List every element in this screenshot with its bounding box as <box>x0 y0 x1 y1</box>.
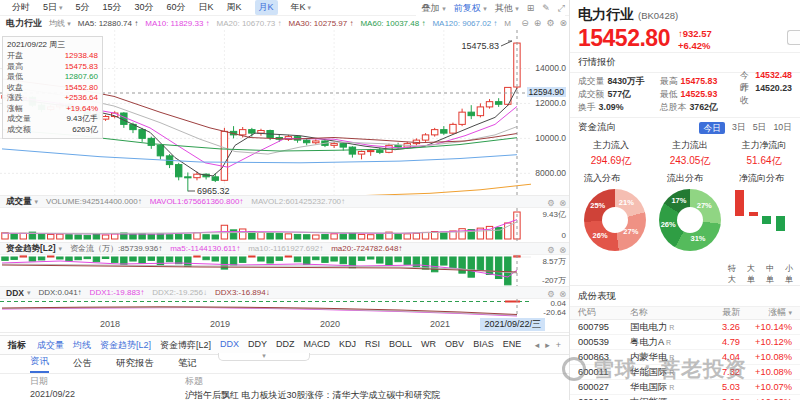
component-row-600863[interactable]: 600863内蒙华电R4.04+10.08% <box>570 350 800 365</box>
fund-axis-min: -207万 <box>542 275 566 286</box>
period-tab-60分[interactable]: 60分 <box>167 1 186 14</box>
period-tab-5分[interactable]: 5分 <box>75 1 89 14</box>
indicator-item-ENE[interactable]: ENE <box>503 339 522 352</box>
period-tab-分时[interactable]: 分时 <box>12 1 30 14</box>
news-row[interactable]: 2021/09/22 沪指午后飘红 电力板块近30股涨停：清华大学成立碳中和研究… <box>0 389 569 400</box>
period-tab-月K[interactable]: 月K <box>255 0 278 15</box>
indicator-item-DDY[interactable]: DDY <box>248 339 267 352</box>
fund-flow-charts: 21%27%26%25% 27%31%26%17% <box>570 189 800 263</box>
indicator-item-资金趋势[L2][interactable]: 资金趋势[L2] <box>100 339 151 352</box>
add-watchlist-button-partial[interactable] <box>787 30 800 45</box>
indicator-item-OBV[interactable]: OBV <box>445 339 464 352</box>
indicator-item-MACD[interactable]: MACD <box>304 339 331 352</box>
donut-pct-label: 25% <box>590 201 605 210</box>
settings-icon[interactable]: ⚙ <box>547 289 555 299</box>
ddx-title[interactable]: DDX <box>6 288 24 298</box>
close-icon[interactable]: ⊗ <box>559 289 566 299</box>
zoom-in-icon[interactable]: ⊕ <box>534 18 542 28</box>
ddx-legend-item: DDX2:-19.256↓ <box>152 288 207 297</box>
info-value: 15452.80 <box>65 83 98 94</box>
indicator-item-成交量[interactable]: 成交量 <box>37 339 64 352</box>
ma-value: MA60: 10037.48 ↑ <box>360 19 425 28</box>
component-row-600027[interactable]: 600027华电国际R5.03+10.07% <box>570 380 800 395</box>
components-table-header: 代码 名称 最新 涨幅 ▾ <box>570 306 800 320</box>
indicator-item-RSI[interactable]: RSI <box>365 339 380 352</box>
donut-pct-label: 17% <box>671 196 686 205</box>
fund-flow-stats: 主力流入294.69亿主力流出243.05亿主力净流向51.64亿 <box>570 137 800 168</box>
grid-layout-icon[interactable]: ⊞ <box>527 3 535 13</box>
draw-icon[interactable]: ✎ <box>542 3 550 13</box>
main-candle-chart[interactable]: 15475.836965.32 14000.0 12594.90 12000.0… <box>0 30 569 195</box>
crosshair-price-label: 12594.90 <box>527 87 566 97</box>
fund-panel[interactable]: 8.57万 -207万 <box>0 255 569 286</box>
info-value: 12938.48 <box>65 51 98 62</box>
component-row-600163[interactable]: 600163中闽能源R9.08+10.06% <box>570 395 800 400</box>
ddx-panel[interactable]: 0.04 -20.64 <box>0 299 569 317</box>
indicator-item-DDX[interactable]: DDX <box>220 339 239 352</box>
indicator-item-BOLL[interactable]: BOLL <box>389 339 412 352</box>
distribution-labels: 流入分布 流出分布 净流向分布 <box>570 172 800 185</box>
overlay-menu[interactable]: 叠加 ▾ <box>422 2 446 15</box>
size-label-大单: 大单 <box>747 263 762 285</box>
flow-tab-10日[interactable]: 10日 <box>773 122 792 134</box>
component-row-600011[interactable]: 600011华能国际R7.32+10.08% <box>570 365 800 380</box>
flow-stat-label: 主力流出 <box>652 139 728 152</box>
inflow-dist-label: 流入分布 <box>584 172 620 185</box>
quote-cell-成交额: 成交额577亿 <box>578 89 660 101</box>
add-indicator-icon[interactable]: + <box>556 340 561 350</box>
settings-icon[interactable]: ⚙ <box>547 198 555 208</box>
stock-change: +10.08% <box>740 352 792 362</box>
indicator-item-DDZ[interactable]: DDZ <box>276 339 295 352</box>
fullscreen-icon[interactable]: ⤢ <box>558 3 565 14</box>
period-tab-15分[interactable]: 15分 <box>103 1 122 14</box>
fund-flow-tabs: 今日3日5日10日 <box>699 122 792 134</box>
volume-title[interactable]: 成交量 <box>6 196 32 208</box>
fund-title[interactable]: 资金趋势[L2] <box>6 243 56 255</box>
scroll-right-icon[interactable]: ▸ <box>545 340 550 350</box>
period-tab-日K[interactable]: 日K <box>199 1 214 14</box>
other-menu[interactable]: 其他 ▾ <box>495 2 519 15</box>
period-tab-周K[interactable]: 周K <box>227 1 242 14</box>
close-icon[interactable]: ⊗ <box>559 245 566 255</box>
zoom-out-icon[interactable]: ⊖ <box>521 18 529 28</box>
quote-header: 电力行业(BK0428) 15452.80 ↑932.57+6.42% <box>570 0 800 52</box>
volume-panel-header: 成交量▾VOLUME:942514400.000↑MAVOL1:67566136… <box>0 195 569 208</box>
margin-badge: R <box>666 339 671 346</box>
fund-flow-title: 资金流向 <box>578 121 616 134</box>
ddx-axis-min: -20.64 <box>543 308 566 317</box>
news-tab-资讯[interactable]: 资讯 <box>30 355 49 373</box>
settings-icon[interactable]: ⚙ <box>546 18 554 28</box>
col-change[interactable]: 涨幅 ▾ <box>740 307 792 319</box>
news-tab-笔记[interactable]: 笔记 <box>178 357 197 373</box>
period-tab-30分[interactable]: 30分 <box>135 1 154 14</box>
flow-tab-3日[interactable]: 3日 <box>732 122 746 134</box>
flow-tab-5日[interactable]: 5日 <box>753 122 767 134</box>
scroll-left-icon[interactable]: ◂ <box>535 340 540 350</box>
ma-selector[interactable]: 均线 ▾ <box>49 18 71 29</box>
period-tab-年K[interactable]: 年K ▾ <box>291 1 311 14</box>
close-icon[interactable]: ⊗ <box>559 198 566 208</box>
info-row-最高: 最高15475.83 <box>7 62 98 73</box>
news-tab-研究报告[interactable]: 研究报告 <box>116 357 154 373</box>
sector-name: 电力行业 <box>578 6 634 24</box>
flow-tab-今日[interactable]: 今日 <box>699 122 725 134</box>
indicator-item-BIAS[interactable]: BIAS <box>473 339 494 352</box>
component-row-600795[interactable]: 600795国电电力R3.26+10.14% <box>570 320 800 335</box>
indicator-item-均线[interactable]: 均线 <box>73 339 91 352</box>
settings-icon[interactable]: ⚙ <box>547 245 555 255</box>
indicator-item-WR[interactable]: WR <box>421 339 436 352</box>
close-icon[interactable]: ⊗ <box>559 18 567 28</box>
indicator-item-KDJ[interactable]: KDJ <box>339 339 356 352</box>
stock-name: 华能国际R <box>630 366 692 379</box>
collapse-handle[interactable]: ▾ <box>218 353 310 361</box>
volume-panel[interactable]: 9.43亿 0 <box>0 208 569 242</box>
fund-flow-header: 资金流向 今日3日5日10日 <box>570 118 800 137</box>
netflow-bar-特大 <box>735 190 744 216</box>
indicator-item-资金博弈[L2][interactable]: 资金博弈[L2] <box>160 339 211 352</box>
component-row-000539[interactable]: 000539粤电力AR4.79+10.12% <box>570 335 800 350</box>
news-tab-公告[interactable]: 公告 <box>73 357 92 373</box>
ma-values: MA5: 12880.74 ↑MA10: 11829.33 ↑MA20: 106… <box>78 19 518 28</box>
info-value: +2536.64 <box>64 93 98 104</box>
adjust-menu[interactable]: 前复权 ▾ <box>454 2 487 15</box>
period-tab-5日[interactable]: 5日 ▾ <box>43 1 62 14</box>
